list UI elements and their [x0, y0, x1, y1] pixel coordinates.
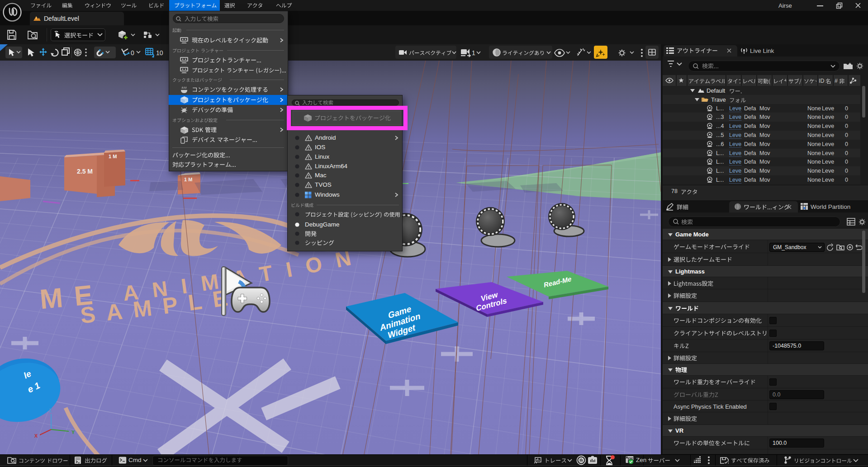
svg-text:Z: Z	[49, 408, 52, 413]
svg-text:1 M: 1 M	[109, 154, 117, 159]
svg-text:2.5 M: 2.5 M	[77, 168, 93, 175]
svg-text:X: X	[34, 433, 38, 439]
svg-text:1 M: 1 M	[184, 177, 192, 182]
svg-text:Y: Y	[71, 429, 75, 435]
